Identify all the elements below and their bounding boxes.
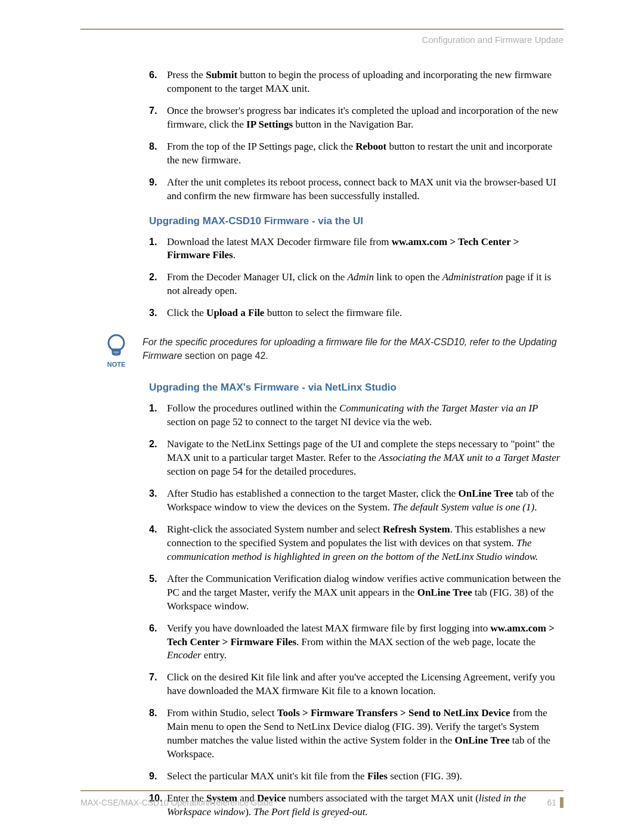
main-content: 6. Press the Submit button to begin the … bbox=[149, 69, 564, 819]
step-2: 2. From the Decoder Manager UI, click on… bbox=[149, 271, 564, 298]
step-text: Right-click the associated System number… bbox=[167, 524, 546, 562]
step-9: 9. Select the particular MAX unit's kit … bbox=[149, 770, 564, 784]
step-number: 6. bbox=[149, 622, 157, 635]
page: Configuration and Firmware Update 6. Pre… bbox=[0, 0, 644, 833]
top-rule bbox=[80, 29, 564, 30]
step-2: 2. Navigate to the NetLinx Settings page… bbox=[149, 438, 564, 479]
step-text: Once the browser's progress bar indicate… bbox=[167, 105, 559, 130]
step-text: After the Communication Verification dia… bbox=[167, 573, 561, 612]
step-text: Click the Upload a File button to select… bbox=[167, 307, 402, 318]
step-number: 1. bbox=[149, 236, 157, 249]
step-7: 7. Once the browser's progress bar indic… bbox=[149, 104, 564, 132]
step-number: 3. bbox=[149, 306, 157, 320]
step-text: Follow the procedures outlined within th… bbox=[167, 402, 538, 428]
steps-continued: 6. Press the Submit button to begin the … bbox=[149, 69, 564, 203]
footer: MAX-CSE/MAX-CSD10 Operation/Reference Gu… bbox=[80, 790, 564, 808]
step-number: 9. bbox=[149, 770, 157, 783]
step-number: 2. bbox=[149, 271, 157, 284]
lightbulb-icon bbox=[104, 333, 128, 360]
footer-doc-title: MAX-CSE/MAX-CSD10 Operation/Reference Gu… bbox=[80, 798, 273, 807]
step-text: Download the latest MAX Decoder firmware… bbox=[167, 236, 519, 261]
step-6: 6. Press the Submit button to begin the … bbox=[149, 69, 564, 96]
running-header: Configuration and Firmware Update bbox=[80, 35, 564, 45]
step-3: 3. After Studio has established a connec… bbox=[149, 487, 564, 515]
steps-csd10-ui: 1. Download the latest MAX Decoder firmw… bbox=[149, 236, 564, 321]
step-text: After the unit completes its reboot proc… bbox=[167, 176, 556, 202]
steps-netlinx: 1. Follow the procedures outlined within… bbox=[149, 402, 564, 819]
heading-upgrade-csd10-ui: Upgrading MAX-CSD10 Firmware - via the U… bbox=[149, 215, 564, 227]
step-number: 6. bbox=[149, 69, 157, 82]
step-1: 1. Follow the procedures outlined within… bbox=[149, 402, 564, 429]
step-number: 7. bbox=[149, 104, 157, 117]
footer-rule bbox=[80, 790, 564, 791]
step-number: 5. bbox=[149, 572, 157, 586]
step-number: 2. bbox=[149, 438, 157, 451]
step-text: Verify you have downloaded the latest MA… bbox=[167, 623, 555, 661]
step-9: 9. After the unit completes its reboot p… bbox=[149, 176, 564, 203]
note-block: NOTE For the specific procedures for upl… bbox=[104, 333, 564, 368]
step-number: 1. bbox=[149, 402, 157, 415]
note-text: For the specific procedures for uploadin… bbox=[143, 333, 564, 363]
step-8: 8. From within Studio, select Tools > Fi… bbox=[149, 707, 564, 761]
step-number: 7. bbox=[149, 671, 157, 684]
note-label: NOTE bbox=[107, 361, 126, 368]
step-text: From the Decoder Manager UI, click on th… bbox=[167, 271, 551, 296]
step-4: 4. Right-click the associated System num… bbox=[149, 523, 564, 564]
step-text: Press the Submit button to begin the pro… bbox=[167, 69, 552, 94]
step-text: Click on the desired Kit file link and a… bbox=[167, 671, 555, 696]
step-5: 5. After the Communication Verification … bbox=[149, 572, 564, 614]
step-text: Select the particular MAX unit's kit fil… bbox=[167, 770, 462, 782]
step-3: 3. Click the Upload a File button to sel… bbox=[149, 306, 564, 320]
step-number: 8. bbox=[149, 140, 157, 153]
step-8: 8. From the top of the IP Settings page,… bbox=[149, 140, 564, 168]
step-number: 4. bbox=[149, 523, 157, 536]
step-text: From within Studio, select Tools > Firmw… bbox=[167, 707, 550, 760]
footer-accent-icon bbox=[560, 797, 564, 808]
note-icon: NOTE bbox=[104, 333, 128, 368]
heading-upgrade-netlinx: Upgrading the MAX's Firmware - via NetLi… bbox=[149, 382, 564, 394]
step-number: 3. bbox=[149, 487, 157, 500]
step-number: 9. bbox=[149, 176, 157, 189]
step-text: Navigate to the NetLinx Settings page of… bbox=[167, 438, 560, 477]
footer-page-number: 61 bbox=[547, 797, 564, 808]
svg-point-0 bbox=[109, 335, 124, 351]
step-6: 6. Verify you have downloaded the latest… bbox=[149, 622, 564, 663]
step-text: From the top of the IP Settings page, cl… bbox=[167, 141, 552, 166]
step-text: After Studio has established a connectio… bbox=[167, 488, 554, 513]
step-number: 8. bbox=[149, 707, 157, 720]
step-7: 7. Click on the desired Kit file link an… bbox=[149, 671, 564, 698]
step-1: 1. Download the latest MAX Decoder firmw… bbox=[149, 236, 564, 263]
